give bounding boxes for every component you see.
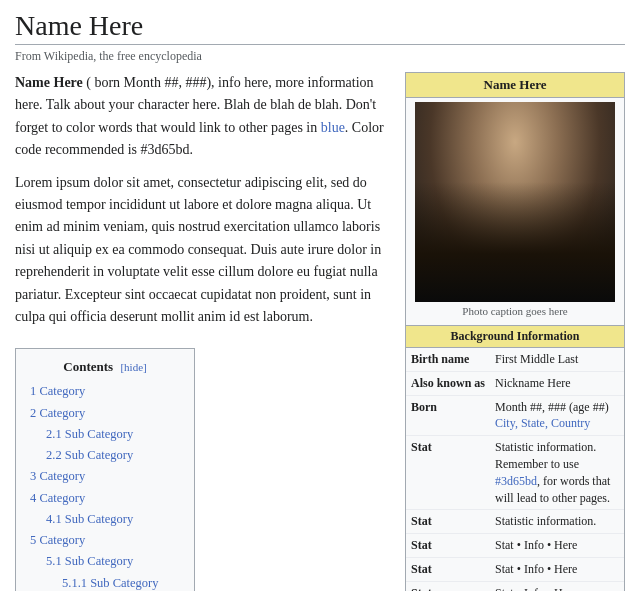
infobox-row: StatStatistic information. Remember to u…: [406, 436, 624, 510]
contents-item: 4 Category: [30, 488, 180, 509]
contents-item: 5.1 Sub Category: [46, 551, 180, 572]
infobox-photo-caption: Photo caption goes here: [410, 302, 620, 321]
infobox-row-value: Month ##, ### (age ##) City, State, Coun…: [490, 395, 624, 436]
contents-link[interactable]: 4.1 Sub Category: [46, 512, 133, 526]
blue-link[interactable]: blue: [321, 120, 345, 135]
infobox-section-header: Background Information: [406, 325, 624, 348]
infobox-title: Name Here: [406, 73, 624, 98]
infobox-row-label: Stat: [406, 436, 490, 510]
contents-item: 1 Category: [30, 381, 180, 402]
contents-link[interactable]: 5.1 Sub Category: [46, 554, 133, 568]
infobox-row-label: Birth name: [406, 348, 490, 371]
infobox-row-value: Statistic information. Remember to use #…: [490, 436, 624, 510]
infobox-row: Also known asNickname Here: [406, 371, 624, 395]
contents-item: 5 Category: [30, 530, 180, 551]
infobox-row: StatStatistic information.: [406, 510, 624, 534]
infobox-image-cell: Photo caption goes here: [406, 98, 624, 325]
bold-name: Name Here: [15, 75, 83, 90]
page-title: Name Here: [15, 10, 625, 45]
infobox-row-label: Stat: [406, 510, 490, 534]
infobox-table: Birth nameFirst Middle LastAlso known as…: [406, 348, 624, 591]
infobox-row: Birth nameFirst Middle Last: [406, 348, 624, 371]
infobox-row-label: Also known as: [406, 371, 490, 395]
contents-link[interactable]: 4 Category: [30, 491, 85, 505]
infobox-photo: [415, 102, 615, 302]
from-wikipedia: From Wikipedia, the free encyclopedia: [15, 49, 625, 64]
infobox-row: StatStat • Info • Here: [406, 557, 624, 581]
contents-link[interactable]: 2.2 Sub Category: [46, 448, 133, 462]
contents-item: 2.2 Sub Category: [46, 445, 180, 466]
infobox-row-value: Statistic information.: [490, 510, 624, 534]
contents-item: 4.1 Sub Category: [46, 509, 180, 530]
infobox-row: StatStat • Info • HereLook on Wiki for w…: [406, 581, 624, 591]
contents-link[interactable]: 3 Category: [30, 469, 85, 483]
infobox-row-label: Stat: [406, 581, 490, 591]
contents-link[interactable]: 5 Category: [30, 533, 85, 547]
infobox-row-label: Born: [406, 395, 490, 436]
infobox-row-value: First Middle Last: [490, 348, 624, 371]
contents-list: 1 Category2 Category2.1 Sub Category2.2 …: [30, 381, 180, 591]
contents-item: 3 Category: [30, 466, 180, 487]
contents-item: 2.1 Sub Category: [46, 424, 180, 445]
contents-header: Contents [hide]: [30, 359, 180, 375]
contents-box: Contents [hide] 1 Category2 Category2.1 …: [15, 348, 195, 591]
infobox-row-label: Stat: [406, 557, 490, 581]
contents-title: Contents: [63, 359, 113, 374]
color-code-link[interactable]: #3d65bd: [495, 474, 537, 488]
infobox-row-value: Stat • Info • Here: [490, 557, 624, 581]
contents-item: 2 Category: [30, 403, 180, 424]
city-link[interactable]: City, State, Country: [495, 416, 590, 430]
infobox-row: BornMonth ##, ### (age ##) City, State, …: [406, 395, 624, 436]
contents-link[interactable]: 2.1 Sub Category: [46, 427, 133, 441]
infobox-row-value: Nickname Here: [490, 371, 624, 395]
infobox-row-value: Stat • Info • HereLook on Wiki for what …: [490, 581, 624, 591]
contents-item: 5.1.1 Sub Category: [62, 573, 180, 591]
contents-hide-link[interactable]: [hide]: [120, 361, 146, 373]
infobox-row: StatStat • Info • Here: [406, 534, 624, 558]
infobox: Name Here Photo caption goes here Backgr…: [405, 72, 625, 591]
infobox-row-label: Stat: [406, 534, 490, 558]
contents-link[interactable]: 1 Category: [30, 384, 85, 398]
contents-link[interactable]: 2 Category: [30, 406, 85, 420]
infobox-row-value: Stat • Info • Here: [490, 534, 624, 558]
contents-link[interactable]: 5.1.1 Sub Category: [62, 576, 159, 590]
